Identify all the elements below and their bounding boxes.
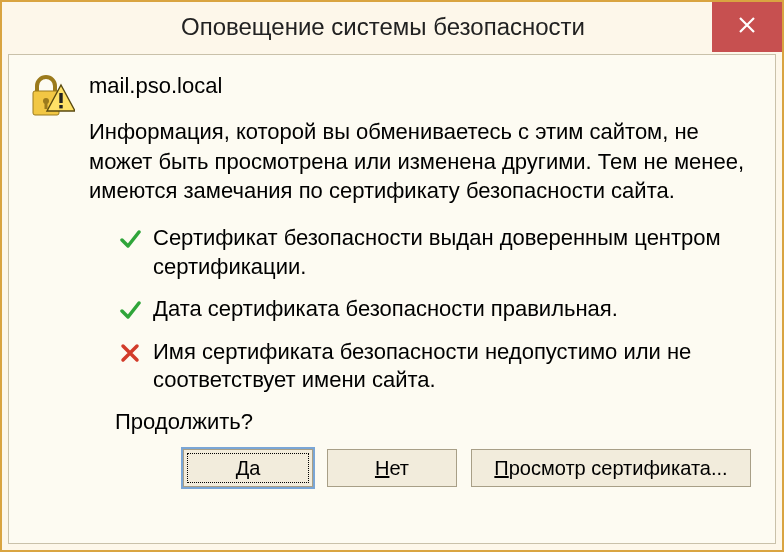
dialog-content: mail.pso.local Информация, которой вы об… — [8, 54, 776, 544]
cert-check-row: Сертификат безопасности выдан доверенным… — [115, 224, 755, 281]
lock-warning-icon — [27, 73, 77, 121]
svg-rect-4 — [59, 93, 62, 103]
button-label: Нет — [375, 457, 409, 480]
dialog-title: Оповещение системы безопасности — [2, 2, 712, 52]
description-text: Информация, которой вы обмениваетесь с э… — [89, 117, 755, 206]
cert-check-text: Имя сертификата безопасности недопустимо… — [153, 338, 755, 395]
cert-check-text: Дата сертификата безопасности правильная… — [153, 295, 755, 324]
checkmark-icon — [115, 295, 145, 321]
svg-rect-5 — [59, 105, 62, 108]
continue-prompt: Продолжить? — [115, 409, 755, 435]
cert-check-row: Дата сертификата безопасности правильная… — [115, 295, 755, 324]
cert-check-text: Сертификат безопасности выдан доверенным… — [153, 224, 755, 281]
button-label: Да — [236, 457, 261, 480]
close-icon — [738, 16, 756, 38]
titlebar: Оповещение системы безопасности — [2, 2, 782, 52]
x-icon — [115, 338, 145, 364]
hostname-text: mail.pso.local — [89, 73, 755, 99]
yes-button[interactable]: Да — [183, 449, 313, 487]
button-row: Да Нет Просмотр сертификата... — [27, 449, 755, 487]
svg-rect-2 — [45, 101, 48, 109]
checkmark-icon — [115, 224, 145, 250]
button-label: Просмотр сертификата... — [494, 457, 727, 480]
cert-check-row: Имя сертификата безопасности недопустимо… — [115, 338, 755, 395]
view-certificate-button[interactable]: Просмотр сертификата... — [471, 449, 751, 487]
security-alert-dialog: Оповещение системы безопасности — [0, 0, 784, 552]
no-button[interactable]: Нет — [327, 449, 457, 487]
close-button[interactable] — [712, 2, 782, 52]
